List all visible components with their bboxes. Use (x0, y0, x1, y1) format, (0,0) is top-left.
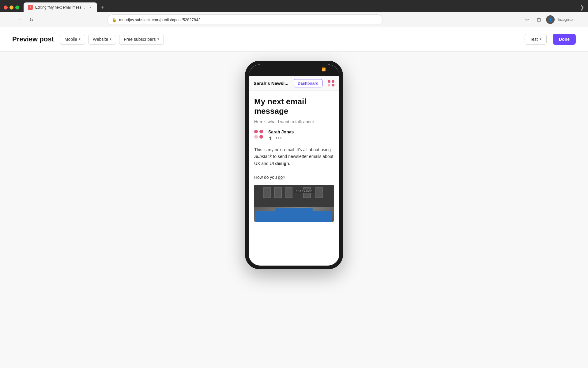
browser-tab-active[interactable]: S Editing "My next email messa... × (24, 2, 97, 12)
signal-bar-3 (318, 69, 319, 71)
page-title: Preview post (12, 35, 54, 43)
signal-bar-4 (319, 68, 320, 71)
phone-status-bar: 📶 (315, 67, 335, 71)
author-row: Sarah Jonas ⬆ ••• (254, 129, 334, 141)
browser-address-bar: ← → ↻ 🔒 moodjoy.substack.com/publish/pos… (0, 12, 588, 27)
page-content: Preview post Mobile ▾ Website ▾ Free sub… (0, 27, 588, 368)
forward-button[interactable]: → (15, 15, 24, 24)
dot-4 (332, 84, 334, 86)
traffic-lights (4, 6, 19, 10)
bookmark-button[interactable]: ☆ (523, 15, 531, 24)
back-button[interactable]: ← (4, 15, 12, 24)
browser-menu-button[interactable]: ⋮ (576, 15, 584, 24)
newsletter-name: Sarah's Newsl... (254, 81, 288, 86)
phone-nav-bar: Sarah's Newsl... Dashboard (249, 76, 339, 91)
author-name: Sarah Jonas (268, 129, 294, 134)
phone-notch-area: 📶 (249, 64, 339, 76)
address-bar[interactable]: 🔒 moodjoy.substack.com/publish/post/5282… (107, 14, 383, 25)
mobile-chevron-icon: ▾ (79, 37, 81, 41)
author-actions: ⬆ ••• (268, 136, 294, 141)
profile-button[interactable]: 👤 (546, 15, 555, 24)
avatar-dot-1 (254, 130, 258, 133)
article-title: My next email message (254, 97, 334, 116)
signal-bar-2 (317, 70, 318, 71)
phone-notch (279, 64, 309, 72)
article-subtitle: Here's what I want to talk about (254, 119, 334, 125)
share-icon[interactable]: ⬆ (268, 136, 272, 141)
avatar-dots (254, 130, 263, 139)
test-chevron-icon: ▾ (540, 37, 541, 41)
main-area: 📶 Sarah's Newsl... Dashboard (0, 52, 588, 368)
avatar-dot-3 (254, 135, 258, 139)
browser-chrome: S Editing "My next email messa... × + ❯ … (0, 0, 588, 27)
website-label: Website (93, 37, 108, 42)
image-building: ENTRANCE (254, 185, 334, 207)
website-chevron-icon: ▾ (110, 37, 111, 41)
new-tab-button[interactable]: + (98, 3, 107, 12)
done-button[interactable]: Done (553, 34, 576, 45)
extensions-button[interactable]: ⊡ (534, 15, 543, 24)
author-info: Sarah Jonas ⬆ ••• (268, 129, 294, 141)
article-body: This is my next email. It's all about us… (254, 146, 334, 181)
wifi-icon: 📶 (322, 67, 326, 71)
mobile-toggle-button[interactable]: Mobile ▾ (60, 34, 85, 45)
close-traffic-light[interactable] (4, 6, 8, 10)
author-avatar (254, 130, 265, 141)
page-header: Preview post Mobile ▾ Website ▾ Free sub… (0, 27, 588, 52)
test-button[interactable]: Test ▾ (525, 34, 547, 45)
dashboard-button[interactable]: Dashboard (294, 79, 322, 87)
phone-frame: 📶 Sarah's Newsl... Dashboard (245, 61, 343, 269)
dot-1 (328, 80, 330, 83)
article-image: ENTRANCE (254, 185, 334, 222)
mobile-label: Mobile (65, 37, 77, 42)
subscribers-toggle-button[interactable]: Free subscribers ▾ (119, 34, 164, 45)
browser-tab-bar: S Editing "My next email messa... × + ❯ (0, 0, 588, 12)
entrance-sign-text: ENTRANCE (294, 190, 315, 193)
profile-icon: 👤 (548, 17, 553, 22)
phone-screen: 📶 Sarah's Newsl... Dashboard (249, 64, 339, 266)
maximize-traffic-light[interactable] (15, 6, 19, 10)
url-text: moodjoy.substack.com/publish/post/528278… (119, 17, 378, 22)
battery-fill (328, 68, 333, 71)
phone-content: Sarah's Newsl... Dashboard (249, 76, 339, 266)
incognito-label: Incognito (558, 17, 573, 22)
dot-3 (328, 84, 330, 86)
phone-article: My next email message Here's what I want… (249, 91, 339, 266)
header-controls: Mobile ▾ Website ▾ Free subscribers ▾ (60, 34, 164, 45)
avatar-dot-4 (259, 135, 263, 139)
tab-favicon: S (28, 5, 33, 10)
minimize-traffic-light[interactable] (9, 6, 13, 10)
dot-2 (332, 80, 334, 83)
signal-icon (315, 68, 321, 71)
subscribers-label: Free subscribers (124, 37, 156, 42)
tab-close-button[interactable]: × (88, 5, 93, 10)
lock-icon: 🔒 (112, 17, 117, 22)
more-options-icon[interactable]: ••• (276, 136, 282, 141)
dot-group (328, 80, 334, 87)
tab-bar-menu[interactable]: ❯ (580, 4, 584, 11)
test-label: Test (530, 37, 538, 42)
address-bar-actions: ☆ ⊡ 👤 Incognito ⋮ (523, 15, 584, 24)
battery-icon (328, 68, 334, 71)
tab-title: Editing "My next email messa... (35, 5, 85, 10)
signal-bar-1 (315, 70, 316, 71)
image-background: ENTRANCE (254, 185, 334, 222)
substack-icon (328, 80, 334, 87)
avatar-dot-2 (259, 130, 263, 133)
website-toggle-button[interactable]: Website ▾ (88, 34, 116, 45)
reload-button[interactable]: ↻ (27, 15, 36, 24)
body-paragraph-2: How do you do? (254, 174, 334, 181)
body-paragraph-1: This is my next email. It's all about us… (254, 146, 334, 167)
subscribers-chevron-icon: ▾ (157, 37, 159, 41)
